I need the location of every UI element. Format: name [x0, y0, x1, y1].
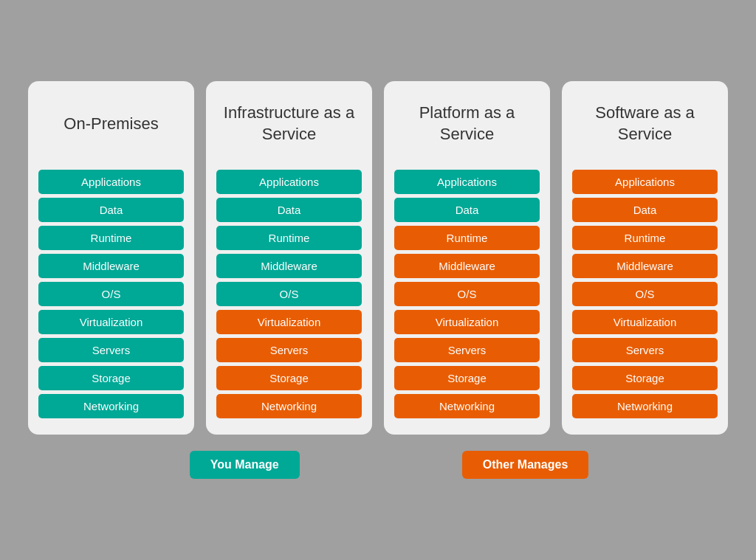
- stack-item-middleware: Middleware: [394, 254, 540, 278]
- stack-item-networking: Networking: [216, 394, 362, 418]
- stack-item-runtime: Runtime: [572, 226, 718, 250]
- column-iaas: Infrastructure as a ServiceApplicationsD…: [206, 81, 372, 435]
- stack-item-virtualization: Virtualization: [38, 310, 184, 334]
- stack-item-runtime: Runtime: [394, 226, 540, 250]
- stack-item-networking: Networking: [394, 394, 540, 418]
- stack-item-applications: Applications: [216, 170, 362, 194]
- column-title-saas: Software as a Service: [572, 94, 718, 153]
- other-manages-button: Other Manages: [462, 451, 589, 479]
- stack-item-virtualization: Virtualization: [572, 310, 718, 334]
- column-title-iaas: Infrastructure as a Service: [216, 94, 362, 153]
- legend-row: You Manage Other Manages: [16, 451, 740, 479]
- stack-item-o-s: O/S: [38, 282, 184, 306]
- stack-item-networking: Networking: [572, 394, 718, 418]
- stack-item-data: Data: [572, 198, 718, 222]
- columns-row: On-PremisesApplicationsDataRuntimeMiddle…: [16, 81, 740, 435]
- stack-item-servers: Servers: [216, 338, 362, 362]
- stack-item-storage: Storage: [216, 366, 362, 390]
- stack-iaas: ApplicationsDataRuntimeMiddlewareO/SVirt…: [216, 170, 362, 418]
- stack-item-virtualization: Virtualization: [394, 310, 540, 334]
- stack-item-servers: Servers: [572, 338, 718, 362]
- stack-item-virtualization: Virtualization: [216, 310, 362, 334]
- stack-item-middleware: Middleware: [38, 254, 184, 278]
- column-title-paas: Platform as a Service: [394, 94, 540, 153]
- you-manage-button: You Manage: [190, 451, 300, 479]
- stack-item-middleware: Middleware: [572, 254, 718, 278]
- column-paas: Platform as a ServiceApplicationsDataRun…: [384, 81, 550, 435]
- stack-item-applications: Applications: [572, 170, 718, 194]
- stack-saas: ApplicationsDataRuntimeMiddlewareO/SVirt…: [572, 170, 718, 418]
- stack-item-middleware: Middleware: [216, 254, 362, 278]
- column-saas: Software as a ServiceApplicationsDataRun…: [562, 81, 728, 435]
- stack-item-servers: Servers: [38, 338, 184, 362]
- stack-item-o-s: O/S: [216, 282, 362, 306]
- stack-item-storage: Storage: [394, 366, 540, 390]
- stack-item-networking: Networking: [38, 394, 184, 418]
- stack-item-data: Data: [216, 198, 362, 222]
- stack-item-data: Data: [394, 198, 540, 222]
- stack-item-o-s: O/S: [572, 282, 718, 306]
- column-on-premises: On-PremisesApplicationsDataRuntimeMiddle…: [28, 81, 194, 435]
- stack-item-storage: Storage: [572, 366, 718, 390]
- stack-item-data: Data: [38, 198, 184, 222]
- stack-item-applications: Applications: [38, 170, 184, 194]
- stack-item-runtime: Runtime: [38, 226, 184, 250]
- stack-item-applications: Applications: [394, 170, 540, 194]
- column-title-on-premises: On-Premises: [63, 94, 158, 153]
- stack-item-runtime: Runtime: [216, 226, 362, 250]
- stack-item-o-s: O/S: [394, 282, 540, 306]
- stack-item-servers: Servers: [394, 338, 540, 362]
- stack-on-premises: ApplicationsDataRuntimeMiddlewareO/SVirt…: [38, 170, 184, 418]
- stack-paas: ApplicationsDataRuntimeMiddlewareO/SVirt…: [394, 170, 540, 418]
- main-container: On-PremisesApplicationsDataRuntimeMiddle…: [16, 81, 740, 479]
- stack-item-storage: Storage: [38, 366, 184, 390]
